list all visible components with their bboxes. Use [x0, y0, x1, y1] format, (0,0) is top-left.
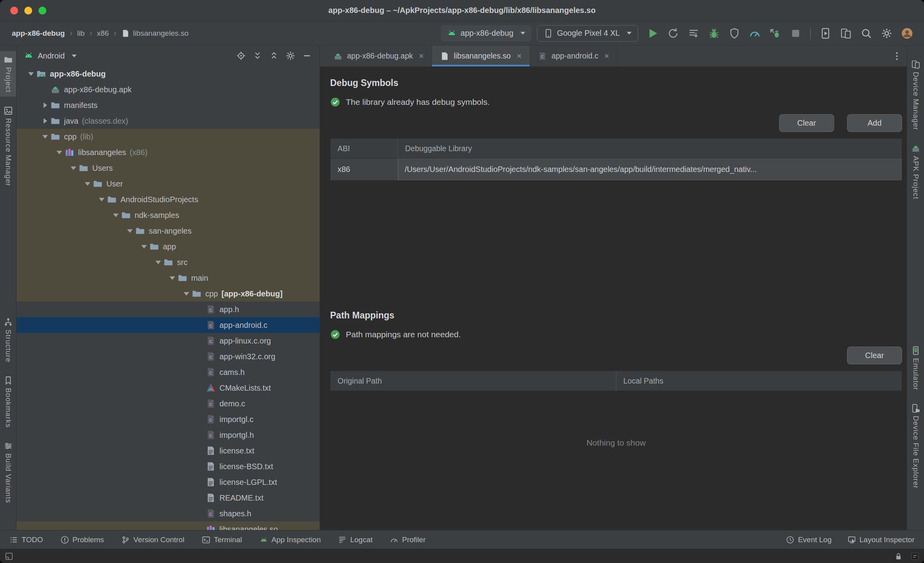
statusbar-app-inspection[interactable]: App Inspection	[259, 536, 321, 544]
chevron-down-icon[interactable]	[40, 129, 50, 144]
chevron-down-icon[interactable]	[54, 144, 64, 160]
stop-button[interactable]	[787, 24, 805, 42]
tree-item-app-x86-debug[interactable]: app-x86-debug	[16, 66, 320, 82]
breadcrumb-item-x86[interactable]: x86	[97, 29, 109, 38]
tab-libsanangeles-so[interactable]: libsanangeles.so×	[432, 46, 530, 66]
chevron-right-icon[interactable]	[40, 97, 50, 113]
tree-item-san-angeles[interactable]: san-angeles	[16, 223, 320, 239]
chevron-down-icon[interactable]	[68, 160, 79, 176]
chevron-down-icon[interactable]	[111, 207, 121, 223]
tree-item-license-txt[interactable]: license.txt	[16, 443, 320, 459]
toolwindow-build-variants[interactable]: Build Variants	[0, 437, 16, 507]
chevron-down-icon[interactable]	[97, 192, 107, 207]
tree-item-cams-h[interactable]: Ccams.h	[16, 364, 320, 380]
tree-item-cpp[interactable]: cpp(lib)	[16, 129, 320, 144]
tree-item-androidstudioprojects[interactable]: AndroidStudioProjects	[16, 192, 320, 207]
clear-path-mappings-button[interactable]: Clear	[847, 347, 902, 364]
close-icon[interactable]: ×	[517, 51, 522, 61]
tree-item-ndk-samples[interactable]: ndk-samples	[16, 207, 320, 223]
statusbar-version-control[interactable]: Version Control	[121, 536, 184, 544]
toolwindow-device-file-explorer[interactable]: Device File Explorer	[907, 400, 924, 493]
tree-item-user[interactable]: User	[16, 176, 320, 192]
device-mirror-button[interactable]	[816, 24, 835, 42]
close-icon[interactable]: ×	[604, 51, 609, 61]
project-view-selector[interactable]: Android	[38, 51, 65, 60]
tree-item-app[interactable]: app	[16, 239, 320, 254]
toolwindow-structure[interactable]: Structure	[0, 313, 16, 366]
chevron-down-icon[interactable]	[153, 254, 163, 270]
toolwindow-emulator[interactable]: Emulator	[907, 342, 924, 394]
tree-item-app-x86-debug-apk[interactable]: app-x86-debug.apk	[16, 82, 320, 97]
chevron-down-icon[interactable]	[125, 223, 135, 239]
statusbar-logcat[interactable]: Logcat	[338, 536, 373, 544]
tree-item-cmakelists-txt[interactable]: CMakeLists.txt	[16, 380, 320, 396]
settings-button[interactable]	[878, 24, 896, 42]
search-button[interactable]	[857, 24, 875, 42]
tree-item-src[interactable]: src	[16, 254, 320, 270]
statusbar-layout-inspector[interactable]: Layout Inspector	[847, 536, 915, 544]
toolwindow-device-manager[interactable]: Device Manager	[907, 56, 924, 134]
chevron-down-icon[interactable]	[181, 286, 192, 302]
tree-item-java[interactable]: java(classes.dex)	[16, 113, 320, 129]
tree-item-manifests[interactable]: manifests	[16, 97, 320, 113]
tree-item-app-android-c[interactable]: Capp-android.c	[16, 317, 320, 333]
profiler-button[interactable]	[746, 24, 764, 42]
chevron-down-icon[interactable]	[82, 176, 93, 192]
toolwindow-resource-manager[interactable]: Resource Manager	[0, 102, 16, 190]
tree-item-main[interactable]: main	[16, 270, 320, 286]
close-icon[interactable]: ×	[419, 51, 424, 61]
tree-item-app-win32-c-org[interactable]: Capp-win32.c.org	[16, 349, 320, 364]
tree-item-importgl-c[interactable]: Cimportgl.c	[16, 411, 320, 427]
tree-item-demo-c[interactable]: Cdemo.c	[16, 396, 320, 411]
debuggable-library-column-header[interactable]: Debuggable Library	[398, 139, 902, 158]
debuggable-library-cell[interactable]: /Users/User/AndroidStudioProjects/ndk-sa…	[398, 159, 902, 180]
breadcrumb-item-app-x86-debug[interactable]: app-x86-debug	[12, 29, 65, 38]
clear-debug-symbols-button[interactable]: Clear	[779, 114, 834, 132]
statusbar-profiler[interactable]: Profiler	[390, 536, 425, 544]
statusbar-event-log[interactable]: Event Log	[786, 536, 832, 544]
more-tabs-options-icon[interactable]	[887, 46, 907, 66]
chevron-right-icon[interactable]	[40, 113, 50, 129]
breadcrumb-item-lib[interactable]: lib	[77, 29, 84, 38]
toolwindow-project[interactable]: Project	[0, 51, 16, 97]
locate-button[interactable]	[234, 49, 248, 63]
tree-item-license-bsd-txt[interactable]: license-BSD.txt	[16, 459, 320, 474]
statusbar-problems[interactable]: Problems	[60, 536, 104, 544]
tree-item-shapes-h[interactable]: Cshapes.h	[16, 506, 320, 521]
apply-code-changes-button[interactable]	[685, 24, 703, 42]
toolwindow-button[interactable]	[3, 550, 15, 562]
tree-item-libsanangeles[interactable]: libsanangeles(x86)	[16, 144, 320, 160]
add-debug-symbols-button[interactable]: Add	[847, 114, 902, 132]
abi-table-row[interactable]: x86 /Users/User/AndroidStudioProjects/nd…	[331, 158, 902, 180]
tree-item-cpp[interactable]: cpp[app-x86-debug]	[16, 286, 320, 302]
breadcrumb-item-libsanangeles-so[interactable]: libsanangeles.so	[121, 29, 189, 38]
original-path-column-header[interactable]: Original Path	[331, 371, 616, 391]
tree-item-license-lgpl-txt[interactable]: license-LGPL.txt	[16, 474, 320, 490]
device-manager-button[interactable]	[837, 24, 855, 42]
abi-column-header[interactable]: ABI	[331, 139, 398, 158]
profile-app-button[interactable]	[725, 24, 743, 42]
attach-debugger-button[interactable]	[766, 24, 784, 42]
toolwindow-apk-project[interactable]: APK Project	[907, 140, 924, 203]
device-select[interactable]: Google Pixel 4 XL	[537, 25, 638, 42]
tab-app-x86-debug-apk[interactable]: app-x86-debug.apk×	[325, 46, 432, 66]
chevron-down-icon[interactable]	[26, 66, 36, 82]
hide-button[interactable]	[300, 49, 314, 63]
notifications-button[interactable]	[909, 550, 921, 562]
minimize-window-button[interactable]	[24, 7, 32, 15]
tree-item-app-linux-c-org[interactable]: Capp-linux.c.org	[16, 333, 320, 349]
tab-app-android-c[interactable]: Capp-android.c×	[530, 46, 617, 66]
expand-all-button[interactable]	[250, 49, 265, 63]
toolwindow-bookmarks[interactable]: Bookmarks	[0, 372, 16, 432]
collapse-all-button[interactable]	[267, 49, 281, 63]
settings-button[interactable]	[283, 49, 298, 63]
chevron-down-icon[interactable]	[167, 270, 177, 286]
chevron-down-icon[interactable]	[139, 239, 149, 254]
avatar-button[interactable]	[898, 24, 916, 42]
tree-item-readme-txt[interactable]: README.txt	[16, 490, 320, 506]
local-paths-column-header[interactable]: Local Paths	[616, 371, 902, 391]
statusbar-todo[interactable]: TODO	[9, 536, 43, 544]
tree-item-libsanangeles-so[interactable]: libsanangeles.so	[16, 521, 320, 530]
run-configuration-select[interactable]: app-x86-debug	[441, 25, 531, 42]
tree-item-importgl-h[interactable]: Cimportgl.h	[16, 427, 320, 443]
